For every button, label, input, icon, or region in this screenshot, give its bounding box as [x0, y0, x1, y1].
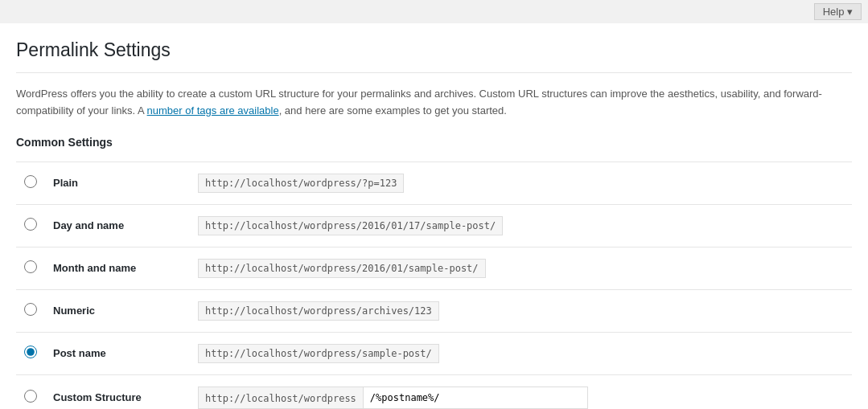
custom-structure-input[interactable] — [363, 387, 588, 409]
label-post-name-text[interactable]: Post name — [53, 347, 106, 359]
label-plain-text[interactable]: Plain — [53, 177, 78, 189]
url-day-and-name: http://localhost/wordpress/2016/01/17/sa… — [198, 216, 503, 235]
help-button-wrapper: Help ▾ — [0, 0, 868, 23]
url-month-and-name: http://localhost/wordpress/2016/01/sampl… — [198, 259, 486, 278]
table-row: Month and name http://localhost/wordpres… — [16, 247, 852, 289]
url-numeric: http://localhost/wordpress/archives/123 — [198, 301, 439, 321]
label-post-name: Post name — [45, 332, 190, 374]
radio-cell-plain — [16, 162, 45, 204]
table-row: Day and name http://localhost/wordpress/… — [16, 204, 852, 247]
radio-cell-day — [16, 204, 45, 247]
value-plain: http://localhost/wordpress/?p=123 — [190, 162, 852, 204]
radio-plain[interactable] — [24, 175, 37, 188]
common-settings-title: Common Settings — [16, 136, 852, 149]
radio-custom-structure[interactable] — [24, 390, 37, 403]
settings-table: Plain http://localhost/wordpress/?p=123 … — [16, 162, 852, 409]
label-day-text[interactable]: Day and name — [53, 219, 124, 231]
label-month: Month and name — [45, 247, 190, 289]
value-month: http://localhost/wordpress/2016/01/sampl… — [190, 247, 852, 289]
label-numeric: Numeric — [45, 289, 190, 332]
radio-cell-numeric — [16, 289, 45, 332]
page-wrapper: Help ▾ Permalink Settings WordPress offe… — [0, 0, 868, 409]
table-row: Post name http://localhost/wordpress/sam… — [16, 332, 852, 374]
table-row: Numeric http://localhost/wordpress/archi… — [16, 289, 852, 332]
value-day: http://localhost/wordpress/2016/01/17/sa… — [190, 204, 852, 247]
custom-base-url: http://localhost/wordpress — [198, 387, 363, 409]
description: WordPress offers you the ability to crea… — [16, 86, 852, 120]
label-custom: Custom Structure — [45, 374, 190, 409]
url-post-name: http://localhost/wordpress/sample-post/ — [198, 344, 439, 363]
label-day: Day and name — [45, 204, 190, 247]
help-button[interactable]: Help ▾ — [814, 3, 862, 20]
table-row: Plain http://localhost/wordpress/?p=123 — [16, 162, 852, 204]
table-row: Custom Structure http://localhost/wordpr… — [16, 374, 852, 409]
help-button-label: Help ▾ — [823, 6, 853, 18]
radio-post-name[interactable] — [24, 346, 37, 358]
label-month-text[interactable]: Month and name — [53, 262, 136, 274]
label-custom-text[interactable]: Custom Structure — [53, 391, 142, 403]
content-area: Permalink Settings WordPress offers you … — [0, 23, 868, 409]
page-title: Permalink Settings — [16, 39, 852, 73]
label-numeric-text[interactable]: Numeric — [53, 305, 95, 317]
tags-link[interactable]: number of tags are available — [147, 104, 279, 117]
radio-cell-custom — [16, 374, 45, 409]
radio-month-and-name[interactable] — [24, 260, 37, 273]
radio-cell-post-name — [16, 332, 45, 374]
custom-structure-cell: http://localhost/wordpress — [198, 387, 844, 409]
value-post-name: http://localhost/wordpress/sample-post/ — [190, 332, 852, 374]
radio-numeric[interactable] — [24, 303, 37, 316]
radio-day-and-name[interactable] — [24, 218, 37, 231]
value-custom: http://localhost/wordpress — [190, 374, 852, 409]
url-plain: http://localhost/wordpress/?p=123 — [198, 174, 404, 193]
value-numeric: http://localhost/wordpress/archives/123 — [190, 289, 852, 332]
radio-cell-month — [16, 247, 45, 289]
description-text-after: , and here are some examples to get you … — [279, 104, 507, 117]
label-plain: Plain — [45, 162, 190, 204]
